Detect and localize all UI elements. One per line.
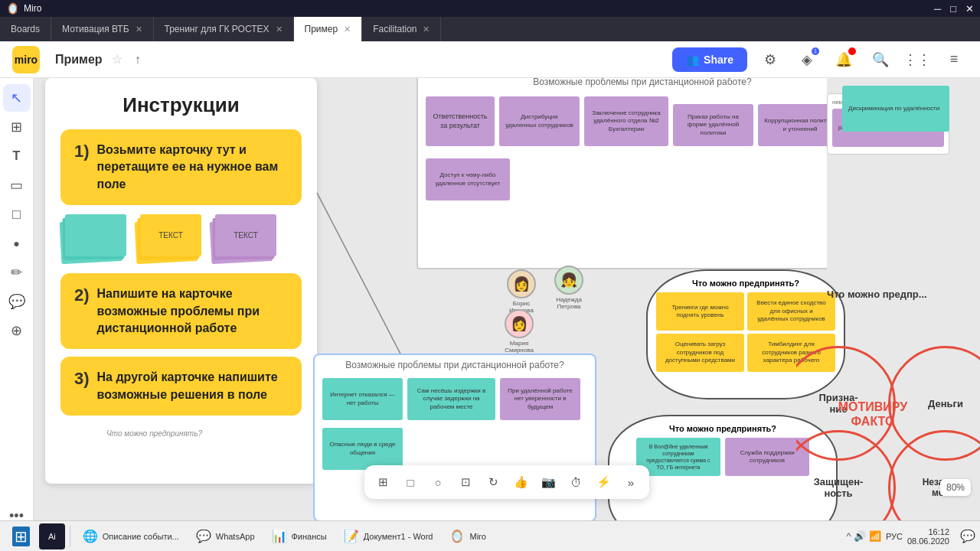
tab-motivacia[interactable]: Мотивация ВТБ ✕ xyxy=(51,17,153,41)
tray-lang: РУС xyxy=(886,532,903,541)
left-toolbar: ↖ ⊞ T ▭ □ ● ✏ 💬 ⊕ ••• xyxy=(0,78,34,536)
app-title: Miro xyxy=(24,3,41,14)
instruction-1-num: 1) xyxy=(74,142,90,161)
tab-trening-close[interactable]: ✕ xyxy=(276,24,283,34)
tab-facilitation[interactable]: Facilitation ✕ xyxy=(362,17,441,41)
taskbar-ai[interactable]: Ai xyxy=(39,523,65,549)
taskbar-miro[interactable]: 🪞 Miro xyxy=(442,523,493,549)
sticky-stack-yellow: ТЕКСТ xyxy=(136,214,203,264)
tab-motivacia-label: Мотивация ВТБ xyxy=(62,24,129,34)
favorite-star[interactable]: ☆ xyxy=(112,52,122,67)
sticky-stack-purple: ТЕКСТ xyxy=(211,214,278,264)
right-top-area: нематериальная работа... работа... Дискр… xyxy=(827,78,980,292)
tool-align[interactable]: ⊕ xyxy=(3,317,31,344)
canvas-tool-grid[interactable]: ⊡ xyxy=(453,470,478,494)
tool-comment[interactable]: 💬 xyxy=(3,288,31,315)
app-icon: 🪞 xyxy=(6,2,19,15)
canvas-tool-frames[interactable]: ⊞ xyxy=(371,470,395,494)
grid-view-icon[interactable]: ≡ xyxy=(940,46,968,73)
taskbar-time: 16:12 08.06.2020 xyxy=(907,527,956,546)
search-icon[interactable]: 🔍 xyxy=(867,46,894,73)
instruction-2: 2) Напишите на карточке возможные пробле… xyxy=(60,273,302,349)
sticky-stacks: ТЕКСТ ТЕКСТ xyxy=(60,214,302,264)
main-toolbar: miro Пример ☆ ↑ 👥 Share ⚙ ◈ 1 🔔 🔍 ⋮⋮ ≡ xyxy=(0,41,980,78)
share-button[interactable]: 👥 Share xyxy=(672,47,747,72)
canvas-content: Инструкции 1) Возьмите карточку тут и пе… xyxy=(34,78,980,536)
zoom-indicator[interactable]: 80% xyxy=(940,479,971,496)
share-icon: 👥 xyxy=(686,54,699,66)
instruction-1: 1) Возьмите карточку тут и перетащите ее… xyxy=(60,129,302,205)
instruction-3: 3) На другой карточке напишите возможные… xyxy=(60,357,302,416)
tool-pen[interactable]: ✏ xyxy=(3,259,31,286)
integrations-icon[interactable]: ◈ 1 xyxy=(793,46,821,73)
tool-text[interactable]: T xyxy=(3,142,31,170)
tab-boards-label: Boards xyxy=(11,24,40,34)
finansy-icon: 📊 xyxy=(272,529,287,543)
tab-trening[interactable]: Тренинг для ГК РОСТЕХ ✕ xyxy=(154,17,294,41)
canvas-tool-like[interactable]: 👍 xyxy=(508,470,533,494)
sticky-vvesti[interactable]: Ввести единое сходство для офисных и уда… xyxy=(747,292,835,331)
sticky-доступ[interactable]: Доступ к чему-либо удаленное отсутствует xyxy=(426,158,510,201)
tab-motivacia-close[interactable]: ✕ xyxy=(136,24,142,34)
instruction-1-text: Возьмите карточку тут и перетащите ее на… xyxy=(97,142,288,193)
instruction-2-text: Напишите на карточке возможные проблемы … xyxy=(97,285,288,337)
sticky-заключение[interactable]: Заключение сотрудника удалённого отдела … xyxy=(584,96,668,146)
canvas-tool-circle[interactable]: ○ xyxy=(426,470,450,494)
canvas-tool-arrow[interactable]: ↻ xyxy=(481,470,505,494)
problem-area-bottom-title: Возможные проблемы при дистанционной раб… xyxy=(315,355,595,375)
taskbar-whatsapp[interactable]: 💬 WhatsApp xyxy=(188,523,263,549)
user-nadezhda: 👧 НадеждаПетрова xyxy=(554,266,583,310)
zoom-level: 80% xyxy=(946,482,965,493)
word-label: Документ1 - Word xyxy=(364,532,433,541)
user-boris: 👩 БорисИванова xyxy=(507,269,536,314)
sticky-приказ[interactable]: Приказ работы на форме удалённой политик… xyxy=(673,104,753,146)
sticky-uverennost[interactable]: При удалённой работе нет уверенности в б… xyxy=(500,378,580,420)
maximize-btn[interactable]: □ xyxy=(950,3,956,15)
close-btn[interactable]: ✕ xyxy=(965,3,974,15)
tab-primer[interactable]: Пример ✕ xyxy=(294,17,363,41)
start-button[interactable]: ⊞ xyxy=(5,523,38,549)
sticky-sam-nesesh[interactable]: Сам несёшь издержки в случае задержки на… xyxy=(407,378,495,420)
tab-primer-close[interactable]: ✕ xyxy=(344,24,351,34)
instructions-title: Инструкции xyxy=(60,93,302,117)
more-icon[interactable]: ⋮⋮ xyxy=(903,46,931,73)
instruction-3-num: 3) xyxy=(74,369,90,389)
sticky-stack-teal: ТЕКСТ xyxy=(60,214,128,264)
tool-frames[interactable]: ⊞ xyxy=(3,113,31,141)
tool-cursor[interactable]: ↖ xyxy=(3,84,31,112)
canvas-tool-camera[interactable]: 📷 xyxy=(536,470,560,494)
tab-facilitation-label: Facilitation xyxy=(373,24,416,34)
taskbar-browser[interactable]: 🌐 Описание событи... xyxy=(75,523,187,549)
taskbar-word[interactable]: 📝 Документ1 - Word xyxy=(336,523,441,549)
canvas-tool-timer[interactable]: ⏱ xyxy=(564,470,588,494)
whatsapp-label: WhatsApp xyxy=(216,532,255,541)
sticky-treningi[interactable]: Тренинги где можно поднять уровень xyxy=(656,292,744,331)
canvas-tool-sticky[interactable]: □ xyxy=(398,470,423,494)
taskbar-finansy[interactable]: 📊 Финансы xyxy=(264,523,335,549)
sticky-дистрибуция[interactable]: Дистрибуция удаленных сотрудников xyxy=(499,96,580,146)
canvas-tool-expand[interactable]: » xyxy=(619,470,643,494)
tab-boards[interactable]: Boards xyxy=(0,17,51,41)
canvas-tool-lightning[interactable]: ⚡ xyxy=(591,470,616,494)
settings-icon[interactable]: ⚙ xyxy=(756,46,784,73)
ai-label: Ai xyxy=(48,532,56,541)
tool-shape[interactable]: □ xyxy=(3,201,31,228)
tool-marker[interactable]: ● xyxy=(3,230,31,257)
sticky-ответственность[interactable]: Ответственность за результат xyxy=(426,96,495,146)
sticky-volayne[interactable]: В Вол@йне удаленным сотрудникам предоста… xyxy=(636,438,720,476)
miro-logo: miro xyxy=(12,46,40,73)
notification-badge-dot xyxy=(848,47,856,55)
sticky-internet[interactable]: Интернет отказался — нет работы xyxy=(322,378,403,420)
miro-taskbar-icon: 🪞 xyxy=(449,529,465,543)
notifications-icon[interactable]: 🔔 xyxy=(830,46,858,73)
user-maria: 👩 МарияСмирнова xyxy=(505,309,534,354)
problem-area-top: Возможные проблемы при дистанционной раб… xyxy=(416,78,868,269)
sticky-ocenivat[interactable]: Оценивать загруз сотрудников под доступн… xyxy=(656,334,744,372)
tab-facilitation-close[interactable]: ✕ xyxy=(423,24,430,34)
sticky-opasnye[interactable]: Опасные люди в среде общения xyxy=(322,428,403,470)
tool-sticky[interactable]: ▭ xyxy=(3,171,31,199)
notification-center-icon[interactable]: 💬 xyxy=(960,529,975,543)
upload-icon[interactable]: ↑ xyxy=(135,53,141,67)
minimize-btn[interactable]: ─ xyxy=(934,3,941,15)
tray-icons: ^ 🔊 📶 xyxy=(847,530,881,542)
